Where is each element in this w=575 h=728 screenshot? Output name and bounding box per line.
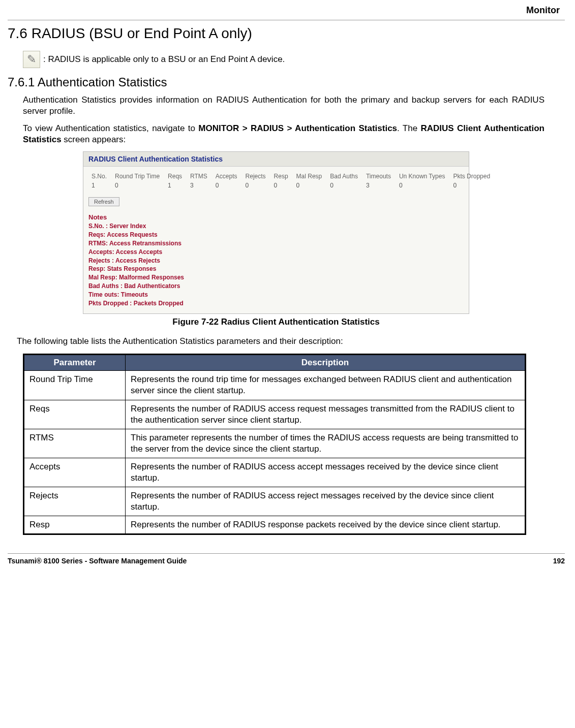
param-desc: Represents the number of RADIUS response…	[126, 516, 526, 534]
page-header-label: Monitor	[8, 5, 560, 16]
cell-rtms: 3	[186, 181, 211, 190]
col-rejects: Rejects	[241, 172, 270, 181]
param-name: Accepts	[24, 458, 126, 487]
param-header-description: Description	[126, 355, 526, 371]
cell-accepts: 0	[211, 181, 241, 190]
paragraph-2: To view Authentication statistics, navig…	[23, 123, 544, 145]
param-row: Round Trip Time Represents the round tri…	[24, 371, 526, 400]
param-desc: Represents the number of RADIUS access r…	[126, 487, 526, 516]
col-rtt: Round Trip Time	[111, 172, 164, 181]
col-accepts: Accepts	[211, 172, 241, 181]
param-name: Round Trip Time	[24, 371, 126, 400]
page-footer: Tsunami® 8100 Series - Software Manageme…	[8, 553, 565, 565]
parameter-table: Parameter Description Round Trip Time Re…	[23, 354, 526, 535]
notes-heading: Notes	[88, 213, 464, 221]
param-table-intro: The following table lists the Authentica…	[17, 336, 544, 346]
param-row: Resp Represents the number of RADIUS res…	[24, 516, 526, 534]
refresh-button[interactable]: Refresh	[88, 197, 119, 206]
note-line: Resp: Stats Responses	[88, 265, 464, 273]
param-row: Rejects Represents the number of RADIUS …	[24, 487, 526, 516]
figure-caption: Figure 7-22 Radius Client Authentication…	[8, 317, 544, 327]
note-line: Mal Resp: Malformed Responses	[88, 273, 464, 282]
param-header-row: Parameter Description	[24, 355, 526, 371]
stats-table: S.No. Round Trip Time Reqs RTMS Accepts …	[87, 172, 494, 190]
cell-unknown: 0	[395, 181, 449, 190]
param-row: RTMS This parameter represents the numbe…	[24, 429, 526, 458]
embedded-screenshot: RADIUS Client Authentication Statistics …	[83, 151, 469, 314]
section-title: 7.6 RADIUS (BSU or End Point A only)	[8, 25, 544, 42]
col-malresp: Mal Resp	[292, 172, 326, 181]
note-line: Bad Auths : Bad Authenticators	[88, 282, 464, 291]
note-line: Time outs: Timeouts	[88, 291, 464, 299]
note-line: Rejects : Access Rejects	[88, 257, 464, 265]
cell-resp: 0	[270, 181, 292, 190]
footer-page-number: 192	[553, 557, 565, 565]
param-desc: Represents the number of RADIUS access a…	[126, 458, 526, 487]
param-row: Reqs Represents the number of RADIUS acc…	[24, 400, 526, 429]
param-desc: This parameter represents the number of …	[126, 429, 526, 458]
pencil-note-icon: ✎	[23, 51, 40, 68]
param-name: Reqs	[24, 400, 126, 429]
para2-pre: To view Authentication statistics, navig…	[23, 123, 198, 133]
para2-nav: MONITOR > RADIUS > Authentication Statis…	[198, 123, 397, 133]
footer-left: Tsunami® 8100 Series - Software Manageme…	[8, 557, 187, 565]
note-line: S.No. : Server Index	[88, 222, 464, 231]
param-name: RTMS	[24, 429, 126, 458]
paragraph-1: Authentication Statistics provides infor…	[23, 94, 544, 117]
note-line: Accepts: Access Accepts	[88, 248, 464, 257]
cell-malresp: 0	[292, 181, 326, 190]
col-timeouts: Timeouts	[362, 172, 395, 181]
param-name: Resp	[24, 516, 126, 534]
header-rule	[8, 20, 565, 20]
param-name: Rejects	[24, 487, 126, 516]
notes-list: S.No. : Server Index Reqs: Access Reques…	[88, 222, 464, 307]
note-line: Reqs: Access Requests	[88, 231, 464, 239]
para2-post: screen appears:	[62, 135, 126, 144]
cell-rtt: 0	[111, 181, 164, 190]
param-desc: Represents the round trip time for messa…	[126, 371, 526, 400]
col-pkts: Pkts Dropped	[449, 172, 494, 181]
cell-reqs: 1	[164, 181, 186, 190]
cell-timeouts: 3	[362, 181, 395, 190]
para2-mid: . The	[397, 123, 420, 133]
note-line: Pkts Dropped : Packets Dropped	[88, 299, 464, 308]
col-reqs: Reqs	[164, 172, 186, 181]
col-rtms: RTMS	[186, 172, 211, 181]
stats-header-row: S.No. Round Trip Time Reqs RTMS Accepts …	[87, 172, 494, 181]
cell-badauths: 0	[326, 181, 362, 190]
param-desc: Represents the number of RADIUS access r…	[126, 400, 526, 429]
subsection-title: 7.6.1 Authentication Statistics	[8, 75, 544, 89]
stats-data-row: 1 0 1 3 0 0 0 0 0 3 0 0	[87, 181, 494, 190]
cell-sno: 1	[87, 181, 111, 190]
screenshot-title-bar: RADIUS Client Authentication Statistics	[83, 152, 469, 167]
col-sno: S.No.	[87, 172, 111, 181]
note-text: : RADIUS is applicable only to a BSU or …	[43, 54, 285, 65]
cell-rejects: 0	[241, 181, 270, 190]
col-unknown: Un Known Types	[395, 172, 449, 181]
param-header-parameter: Parameter	[24, 355, 126, 371]
col-badauths: Bad Auths	[326, 172, 362, 181]
note-row: ✎ : RADIUS is applicable only to a BSU o…	[23, 51, 544, 68]
col-resp: Resp	[270, 172, 292, 181]
param-row: Accepts Represents the number of RADIUS …	[24, 458, 526, 487]
cell-pkts: 0	[449, 181, 494, 190]
note-line: RTMS: Access Retransmissions	[88, 239, 464, 248]
